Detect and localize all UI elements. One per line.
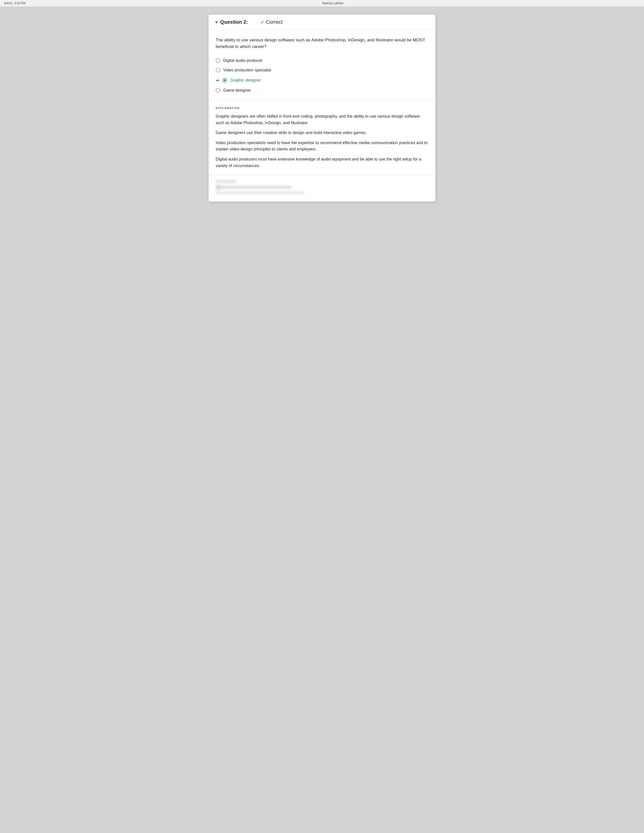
collapse-icon[interactable]: ▼: [215, 20, 218, 24]
checkmark-icon: ✓: [261, 19, 264, 25]
question-label-group: ▼ Question 2:: [215, 19, 248, 25]
option-3-label: Graphic designer: [230, 78, 261, 82]
blurred-line-3: [216, 191, 304, 194]
blurred-footer: [209, 175, 435, 201]
option-2-label: Video production specialist: [223, 68, 271, 72]
explanation-section: EXPLANATION Graphic designers are often …: [209, 100, 435, 175]
explanation-para-1: Graphic designers are often skilled in f…: [216, 113, 428, 126]
blurred-icon: [216, 185, 221, 190]
radio-1[interactable]: [216, 58, 220, 63]
question-body: The ability to use various design softwa…: [209, 30, 435, 100]
question-text: The ability to use various design softwa…: [216, 37, 428, 50]
blurred-line-1: [216, 180, 236, 183]
radio-4[interactable]: [216, 88, 220, 93]
blurred-line-2: [216, 186, 291, 189]
question-header: ▼ Question 2: ✓ Correct: [209, 14, 435, 30]
options-list: Digital audio producer Video production …: [216, 56, 428, 95]
option-1[interactable]: Digital audio producer: [216, 56, 428, 65]
correct-label: Correct: [266, 19, 283, 25]
radio-2[interactable]: [216, 68, 220, 72]
blurred-text-bar: [223, 186, 291, 189]
option-2[interactable]: Video production specialist: [216, 65, 428, 75]
option-4[interactable]: Game designer: [216, 85, 428, 95]
question-card: ▼ Question 2: ✓ Correct The ability to u…: [208, 14, 436, 202]
option-4-label: Game designer: [223, 88, 251, 93]
browser-timestamp: 9/4/22, 3:32 PM: [4, 2, 26, 5]
explanation-para-3: Video production specialists need to hav…: [216, 140, 428, 153]
radio-3[interactable]: [222, 78, 227, 82]
option-1-label: Digital audio producer: [223, 58, 262, 63]
option-3[interactable]: ➡ Graphic designer: [216, 75, 428, 85]
explanation-para-4: Digital audio producers must have extens…: [216, 156, 428, 169]
browser-bar: 9/4/22, 3:32 PM TestOut LabSim: [0, 0, 644, 7]
question-number: Question 2:: [220, 19, 248, 25]
explanation-para-2: Game designers use their creative skills…: [216, 130, 428, 136]
browser-title: TestOut LabSim: [322, 2, 343, 5]
correct-arrow-icon: ➡: [216, 77, 219, 83]
correct-badge: ✓ Correct: [261, 19, 283, 25]
page-background: 9/4/22, 3:32 PM TestOut LabSim ▼ Questio…: [0, 0, 644, 833]
explanation-label: EXPLANATION: [216, 106, 428, 109]
